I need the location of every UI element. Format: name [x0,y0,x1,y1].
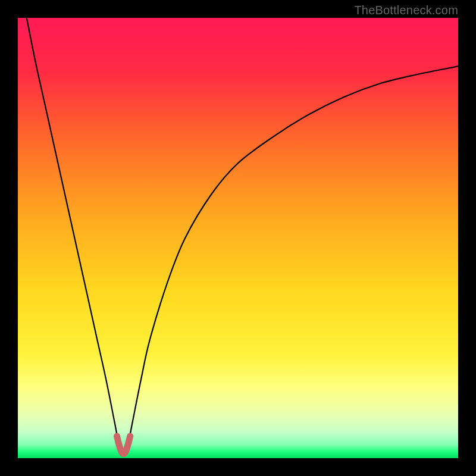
bottleneck-curve [18,18,458,454]
curve-layer [18,18,458,458]
highlight-near-minimum [117,436,130,454]
watermark-label: TheBottleneck.com [354,4,458,17]
plot-area [18,18,458,458]
chart-frame: TheBottleneck.com [0,0,476,476]
